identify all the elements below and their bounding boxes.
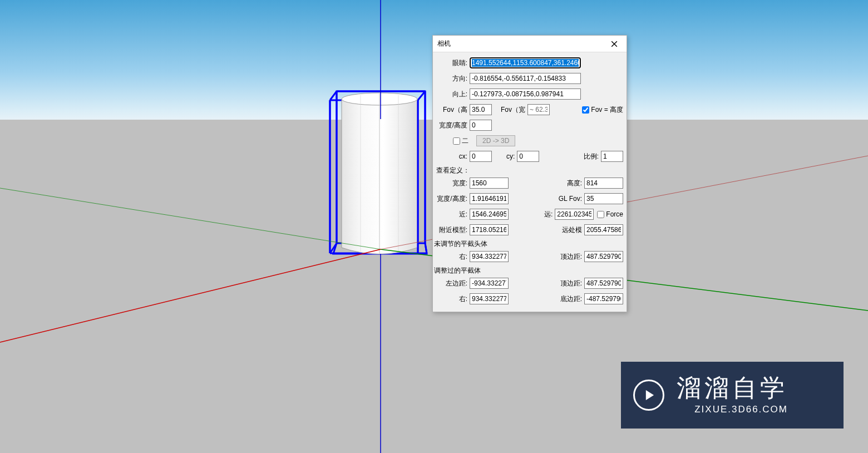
- width-input[interactable]: [470, 178, 509, 189]
- dialog-title: 相机: [437, 39, 602, 48]
- height-input[interactable]: [584, 178, 623, 189]
- wh2-input[interactable]: [470, 193, 509, 204]
- label-height: 高度:: [554, 179, 584, 188]
- label-near-model: 附近模型:: [436, 225, 470, 235]
- label-force: Force: [606, 210, 623, 218]
- label-bottom2: 底边距:: [554, 294, 584, 304]
- top2-input[interactable]: [584, 278, 623, 289]
- label-top1: 顶边距:: [554, 252, 584, 262]
- label-near: 近:: [436, 210, 470, 219]
- eye-input[interactable]: [470, 57, 581, 68]
- label-scale: 比例:: [584, 152, 601, 161]
- label-wh: 宽度/高度: [436, 121, 470, 130]
- label-far-model: 远处模: [554, 225, 584, 235]
- label-top2: 顶边距:: [554, 279, 584, 288]
- force-checkbox[interactable]: Force: [597, 210, 623, 218]
- label-cy: cy:: [506, 152, 517, 160]
- cy-input[interactable]: [517, 151, 539, 162]
- watermark-text: 溜溜自学: [677, 375, 788, 401]
- up-input[interactable]: [470, 88, 581, 100]
- glfov-input[interactable]: [584, 193, 623, 204]
- label-glfov: GL Fov:: [554, 195, 584, 203]
- right1-input[interactable]: [470, 251, 509, 262]
- right2-input[interactable]: [470, 293, 509, 304]
- label-right1: 右:: [436, 252, 470, 262]
- label-two-d: 二: [462, 136, 468, 146]
- bottom2-input[interactable]: [584, 293, 623, 304]
- far-model-input[interactable]: [584, 224, 623, 235]
- section-view-def: 查看定义：: [436, 166, 623, 175]
- wh-input[interactable]: [470, 120, 492, 131]
- btn-2d-3d[interactable]: 2D -> 3D: [476, 135, 515, 146]
- camera-dialog: 相机 眼睛: 方向: 向上: Fov（高 Fov（宽: [432, 35, 627, 312]
- top1-input[interactable]: [584, 251, 623, 262]
- label-eye: 眼睛:: [436, 58, 470, 68]
- left2-input[interactable]: [470, 278, 509, 289]
- label-right2: 右:: [436, 294, 470, 304]
- section-adj-frustum: 调整过的平截体: [434, 266, 623, 275]
- label-left2: 左边距:: [436, 279, 470, 288]
- scale-input[interactable]: [601, 151, 623, 162]
- direction-input[interactable]: [470, 73, 581, 84]
- section-unadj-frustum: 未调节的平截头体: [434, 239, 623, 249]
- watermark: 溜溜自学 ZIXUE.3D66.COM: [621, 362, 844, 429]
- fov-w-display: [527, 104, 550, 115]
- dialog-titlebar[interactable]: 相机: [433, 36, 627, 52]
- label-wh2: 宽度/高度:: [436, 194, 470, 204]
- label-fov-w: Fov（宽: [501, 105, 527, 115]
- label-fov-eq-h: Fov = 高度: [591, 105, 623, 115]
- cx-input[interactable]: [470, 151, 492, 162]
- label-fov-h: Fov（高: [436, 105, 470, 115]
- near-model-input[interactable]: [470, 224, 509, 235]
- label-direction: 方向:: [436, 74, 470, 83]
- watermark-url: ZIXUE.3D66.COM: [694, 404, 788, 415]
- near-input[interactable]: [470, 209, 509, 220]
- fov-h-input[interactable]: [470, 104, 492, 115]
- label-far: 远:: [539, 210, 555, 219]
- label-width: 宽度:: [436, 179, 470, 188]
- play-icon: [633, 380, 664, 411]
- far-input[interactable]: [555, 209, 594, 220]
- close-icon: [611, 41, 618, 47]
- fov-eq-h-checkbox[interactable]: Fov = 高度: [582, 105, 623, 115]
- label-up: 向上:: [436, 90, 470, 99]
- label-cx: cx:: [436, 152, 470, 160]
- close-button[interactable]: [602, 36, 627, 52]
- two-d-checkbox[interactable]: 二: [453, 136, 468, 146]
